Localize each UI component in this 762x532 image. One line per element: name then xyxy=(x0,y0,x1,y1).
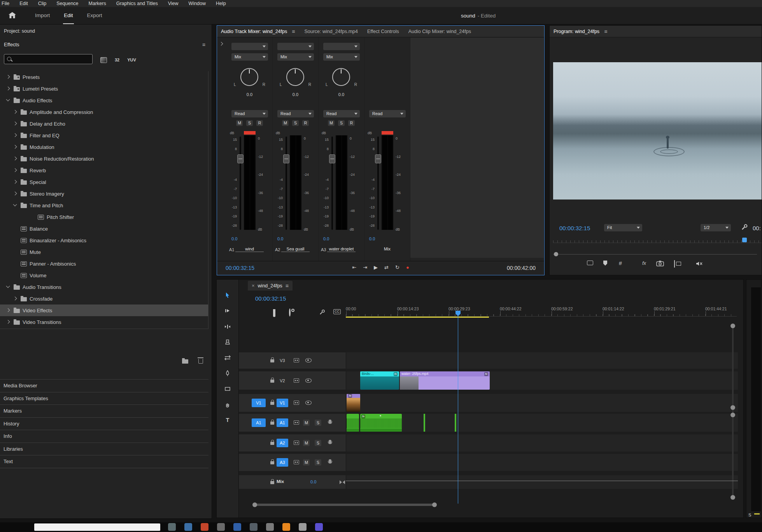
mute-track-button[interactable]: M xyxy=(303,459,310,466)
track-select-forward-tool[interactable] xyxy=(224,308,231,314)
volume-value[interactable]: 0.0 xyxy=(323,236,329,241)
effects-search-input[interactable] xyxy=(4,54,93,64)
source-patch-a1[interactable]: A1 xyxy=(252,418,266,427)
chevron-icon[interactable] xyxy=(5,320,11,324)
panel-tab[interactable]: Media Browser xyxy=(0,380,208,392)
program-playhead-marker[interactable] xyxy=(742,238,747,242)
timeline-playhead-time[interactable]: 00:00:32:15 xyxy=(255,295,286,302)
taskbar-app-icon[interactable] xyxy=(217,523,225,531)
effects-tree-item[interactable]: Binauralizer - Ambisonics xyxy=(0,234,208,246)
menu-item[interactable]: Clip xyxy=(38,1,47,6)
chevron-icon[interactable] xyxy=(5,87,11,91)
lock-icon[interactable] xyxy=(270,359,274,362)
output-dropdown[interactable]: Mix xyxy=(231,53,268,61)
mute-button[interactable]: M xyxy=(328,120,335,126)
track-lane[interactable] xyxy=(346,454,738,471)
menu-item[interactable]: Sequence xyxy=(56,1,78,6)
linked-selection-icon[interactable] xyxy=(289,309,291,316)
sync-lock-icon[interactable] xyxy=(294,460,299,464)
accelerated-effects-filter-icon[interactable] xyxy=(100,57,107,63)
add-marker-button[interactable] xyxy=(603,261,607,266)
vertical-scrollbar[interactable] xyxy=(732,324,734,499)
mute-button[interactable]: M xyxy=(282,120,289,126)
panel-tab[interactable]: Libraries xyxy=(0,443,208,456)
zoom-handle-right[interactable] xyxy=(432,502,437,507)
chevron-icon[interactable] xyxy=(12,110,18,114)
pan-knob[interactable] xyxy=(286,68,304,86)
chevron-icon[interactable] xyxy=(12,297,18,301)
pan-value[interactable]: 0.0 xyxy=(227,92,272,97)
tab-source-monitor[interactable]: Source: wind_24fps.mp4 xyxy=(304,29,358,34)
voiceover-mic-icon[interactable] xyxy=(329,420,331,424)
panel-menu-icon[interactable]: ≡ xyxy=(202,42,205,48)
tab-effect-controls[interactable]: Effect Controls xyxy=(367,29,399,34)
zoom-level-dropdown[interactable]: Fit xyxy=(604,224,642,231)
track-lane[interactable] xyxy=(346,352,738,369)
menu-item[interactable]: Markers xyxy=(89,1,106,6)
solo-track-button[interactable]: S xyxy=(315,440,321,446)
playback-resolution-dropdown[interactable]: 1/2 xyxy=(701,224,731,231)
chevron-icon[interactable] xyxy=(5,98,11,102)
solo-button[interactable]: S xyxy=(246,120,253,126)
timeline-settings-wrench-icon[interactable] xyxy=(319,309,325,315)
volume-value[interactable]: 0.0 xyxy=(231,236,237,241)
taskbar-app-icon[interactable] xyxy=(184,523,192,531)
new-bin-icon[interactable] xyxy=(182,359,188,364)
track-target-v1[interactable]: V1 xyxy=(277,399,288,407)
output-dropdown[interactable]: Mix xyxy=(323,53,360,61)
play-in-to-out-button[interactable]: ⇄ xyxy=(384,264,389,270)
volume-fader[interactable] xyxy=(240,136,241,230)
taskbar-app-icon[interactable] xyxy=(266,523,274,531)
clip-indicator[interactable] xyxy=(244,131,256,135)
chevron-icon[interactable] xyxy=(5,285,11,289)
record-arm-button[interactable]: R xyxy=(256,120,263,126)
effect-slot-dropdown[interactable] xyxy=(277,43,314,50)
captions-icon[interactable]: CC xyxy=(333,309,341,314)
clip-audio-1[interactable] xyxy=(347,414,359,432)
taskbar-app-icon[interactable] xyxy=(168,523,176,531)
global-fx-mute-button[interactable]: fx xyxy=(642,261,646,266)
track-lane[interactable] xyxy=(346,414,738,432)
clip-audio-2[interactable]: fx * xyxy=(360,414,402,432)
effects-tree-item[interactable]: Delay and Echo xyxy=(0,118,208,130)
effects-tree-item[interactable]: Noise Reduction/Restoration xyxy=(0,153,208,164)
output-dropdown[interactable]: Mix xyxy=(277,53,314,61)
pan-knob[interactable] xyxy=(240,68,258,86)
automation-mode-dropdown[interactable]: Read xyxy=(369,110,406,117)
voiceover-mic-icon[interactable] xyxy=(329,459,331,463)
effect-slot-dropdown[interactable] xyxy=(323,43,360,50)
pan-value[interactable]: 0.0 xyxy=(273,92,318,97)
lock-icon[interactable] xyxy=(270,481,274,484)
vscroll-handle[interactable] xyxy=(730,413,735,417)
delete-icon[interactable] xyxy=(198,359,203,364)
mute-track-button[interactable]: M xyxy=(303,420,310,426)
chevron-icon[interactable] xyxy=(12,273,18,277)
chevron-icon[interactable] xyxy=(12,145,18,149)
tab-import[interactable]: Import xyxy=(34,7,51,24)
menu-item[interactable]: View xyxy=(168,1,179,6)
solo-track-button[interactable]: S xyxy=(315,420,321,426)
clip-audio-sliver[interactable] xyxy=(424,414,425,432)
lock-icon[interactable] xyxy=(270,402,274,405)
tab-audio-track-mixer[interactable]: Audio Track Mixer: wind_24fps xyxy=(221,29,287,34)
sequence-tab[interactable]: × wind_24fps ≡ xyxy=(248,281,293,290)
chevron-icon[interactable] xyxy=(12,250,18,254)
effects-tree-item[interactable]: Amplitude and Compression xyxy=(0,106,208,118)
eye-icon[interactable] xyxy=(305,378,312,383)
automation-mode-dropdown[interactable]: Read xyxy=(277,110,314,117)
zoom-handle-left[interactable] xyxy=(252,502,257,507)
chevron-icon[interactable] xyxy=(12,262,18,266)
chevron-icon[interactable] xyxy=(12,238,18,242)
playhead-head[interactable] xyxy=(455,311,461,316)
fx-badge[interactable]: fx xyxy=(348,394,352,398)
eye-icon[interactable] xyxy=(305,358,312,362)
lock-icon[interactable] xyxy=(270,380,274,383)
safe-margins-button[interactable] xyxy=(587,261,593,265)
track-label[interactable]: V2 xyxy=(277,376,288,385)
panel-menu-icon[interactable]: ≡ xyxy=(286,283,289,289)
track-name-field[interactable]: Sea guall xyxy=(281,247,310,252)
volume-fader[interactable] xyxy=(286,136,287,230)
volume-value[interactable]: 0.0 xyxy=(277,236,283,241)
go-to-in-button[interactable]: ⇤ xyxy=(352,264,356,270)
clip-v1-image[interactable]: fx xyxy=(347,394,360,412)
